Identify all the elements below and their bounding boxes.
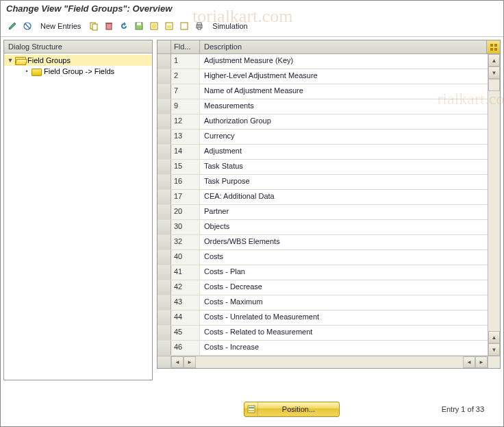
table-row[interactable]: 15Task Status [158,160,488,175]
row-selector[interactable] [158,280,171,295]
cell-fld[interactable]: 12 [171,114,200,129]
col-selector[interactable] [158,40,171,53]
simulation-button[interactable]: Simulation [208,21,251,32]
table-row[interactable]: 17CEA: Additional Data [158,190,488,205]
cell-fld[interactable]: 32 [171,235,200,249]
table-row[interactable]: 2Higher-Level Adjustment Measure [158,69,488,84]
cell-fld[interactable]: 42 [171,280,200,295]
undo-icon[interactable] [118,20,130,32]
select-block-icon[interactable] [163,20,175,32]
table-row[interactable]: 13Currency [158,130,488,145]
row-selector[interactable] [158,145,171,159]
delete-icon[interactable] [103,20,115,32]
row-selector[interactable] [158,130,171,144]
cell-description[interactable]: Partner [200,205,488,219]
table-row[interactable]: 40Costs [158,250,488,265]
table-row[interactable]: 42Costs - Decrease [158,280,488,295]
cell-description[interactable]: Task Status [200,160,488,174]
table-row[interactable]: 45Costs - Related to Measurement [158,326,488,341]
cell-description[interactable]: Costs - Maximum [200,295,488,310]
row-selector[interactable] [158,310,171,325]
vertical-scrollbar[interactable]: ▲ ▼ ▲ ▼ [488,54,500,356]
horizontal-scrollbar[interactable]: ◄ ► ◄ ► [158,356,500,368]
table-settings-button[interactable] [486,40,500,53]
col-header-description[interactable]: Description [200,40,486,53]
cell-fld[interactable]: 30 [171,220,200,234]
other-entry-icon[interactable] [21,20,34,32]
cell-fld[interactable]: 20 [171,205,200,219]
cell-description[interactable]: Adjustment [200,145,488,159]
scroll-pgdn-button[interactable]: ▼ [488,343,500,356]
cell-description[interactable]: Costs [200,250,488,265]
cell-fld[interactable]: 43 [171,295,200,310]
copy-icon[interactable] [88,20,100,32]
row-selector[interactable] [158,175,171,189]
cell-description[interactable]: Costs - Related to Measurement [200,326,488,340]
cell-fld[interactable]: 44 [171,310,200,325]
cell-description[interactable]: Orders/WBS Elements [200,235,488,249]
cell-description[interactable]: Objects [200,220,488,234]
scroll-up-button[interactable]: ▲ [488,54,500,66]
cell-description[interactable]: Costs - Unrelated to Measurement [200,310,488,325]
cell-description[interactable]: Costs - Decrease [200,280,488,295]
cell-description[interactable]: Adjustment Measure (Key) [200,54,488,69]
new-entries-button[interactable]: New Entries [36,21,85,32]
row-selector[interactable] [158,235,171,249]
scroll-left-button[interactable]: ◄ [171,356,184,368]
col-header-fld[interactable]: Fld... [171,40,200,53]
table-row[interactable]: 1Adjustment Measure (Key) [158,54,488,69]
cell-fld[interactable]: 9 [171,99,200,114]
row-selector[interactable] [158,84,171,99]
scroll-down-button[interactable]: ▼ [488,66,500,79]
print-icon[interactable] [193,20,205,32]
scroll-right-end-button[interactable]: ► [475,356,488,368]
table-row[interactable]: 32Orders/WBS Elements [158,235,488,250]
cell-fld[interactable]: 41 [171,265,200,280]
save-icon[interactable] [133,20,145,32]
scroll-pgup-button[interactable]: ▲ [488,331,500,343]
cell-fld[interactable]: 17 [171,190,200,204]
row-selector[interactable] [158,250,171,265]
cell-fld[interactable]: 13 [171,130,200,144]
scroll-right-button[interactable]: ► [184,356,196,368]
cell-description[interactable]: Higher-Level Adjustment Measure [200,69,488,84]
cell-fld[interactable]: 2 [171,69,200,84]
tree-node-field-groups[interactable]: ▼ Field Groups [4,55,152,66]
table-row[interactable]: 46Costs - Increase [158,341,488,356]
row-selector[interactable] [158,190,171,204]
cell-fld[interactable]: 46 [171,341,200,355]
cell-description[interactable]: Costs - Increase [200,341,488,355]
cell-description[interactable]: Currency [200,130,488,144]
tree-node-field-group-fields[interactable]: • Field Group -> Fields [4,66,152,77]
row-selector[interactable] [158,99,171,114]
table-row[interactable]: 12Authorization Group [158,114,488,130]
cell-fld[interactable]: 16 [171,175,200,189]
cell-description[interactable]: Name of Adjustment Measure [200,84,488,99]
row-selector[interactable] [158,160,171,174]
table-row[interactable]: 41Costs - Plan [158,265,488,280]
table-row[interactable]: 43Costs - Maximum [158,295,488,310]
row-selector[interactable] [158,114,171,129]
expand-collapse-icon[interactable]: ▼ [7,57,14,64]
row-selector[interactable] [158,69,171,84]
table-row[interactable]: 14Adjustment [158,145,488,160]
table-row[interactable]: 30Objects [158,220,488,235]
position-button[interactable]: Position... [244,402,340,417]
cell-description[interactable]: Measurements [200,99,488,114]
row-selector[interactable] [158,326,171,340]
cell-description[interactable]: Authorization Group [200,114,488,129]
row-selector[interactable] [158,220,171,234]
table-row[interactable]: 7Name of Adjustment Measure [158,84,488,99]
deselect-all-icon[interactable] [178,20,190,32]
table-row[interactable]: 9Measurements [158,99,488,114]
table-row[interactable]: 20Partner [158,205,488,220]
table-row[interactable]: 44Costs - Unrelated to Measurement [158,310,488,326]
row-selector[interactable] [158,54,171,69]
cell-description[interactable]: Task Purpose [200,175,488,189]
cell-fld[interactable]: 45 [171,326,200,340]
cell-fld[interactable]: 1 [171,54,200,69]
cell-fld[interactable]: 7 [171,84,200,99]
row-selector[interactable] [158,205,171,219]
cell-description[interactable]: Costs - Plan [200,265,488,280]
cell-description[interactable]: CEA: Additional Data [200,190,488,204]
